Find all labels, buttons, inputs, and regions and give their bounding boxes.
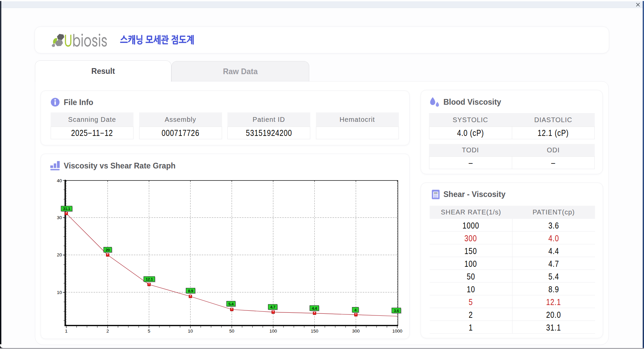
svg-text:1: 1	[65, 329, 68, 334]
svg-text:4.4: 4.4	[312, 306, 317, 311]
svg-text:10: 10	[57, 290, 62, 295]
svg-text:5.4: 5.4	[228, 302, 234, 306]
svg-text:3.6: 3.6	[394, 308, 399, 313]
svg-text:20: 20	[57, 252, 62, 257]
svg-text:150: 150	[311, 329, 318, 334]
svg-text:30: 30	[57, 215, 62, 220]
svg-text:5: 5	[148, 329, 151, 334]
svg-text:1000: 1000	[392, 329, 402, 334]
svg-text:8.9: 8.9	[188, 289, 193, 293]
svg-text:10: 10	[188, 329, 193, 334]
svg-text:20: 20	[106, 248, 110, 252]
svg-text:100: 100	[269, 329, 277, 334]
svg-text:4: 4	[354, 308, 357, 312]
svg-text:40: 40	[57, 178, 62, 183]
svg-text:2: 2	[106, 329, 109, 334]
svg-text:50: 50	[229, 329, 234, 334]
svg-text:12.1: 12.1	[146, 277, 153, 282]
svg-text:4.7: 4.7	[270, 305, 275, 309]
svg-text:31.1: 31.1	[63, 206, 70, 211]
svg-text:300: 300	[352, 329, 360, 334]
